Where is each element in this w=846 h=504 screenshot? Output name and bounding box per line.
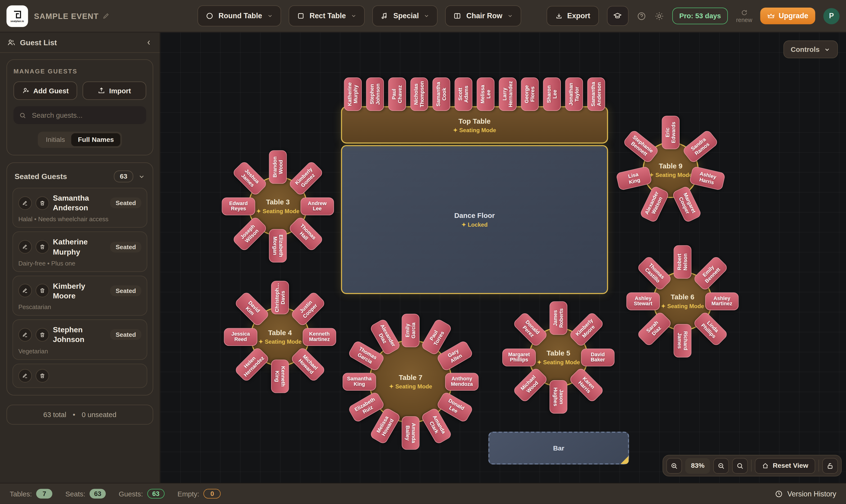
- edit-guest-button[interactable]: [18, 328, 32, 342]
- import-button[interactable]: Import: [83, 82, 146, 100]
- top-table[interactable]: Top Table ✦ Seating Mode: [341, 106, 608, 144]
- floor-plan-canvas[interactable]: Controls Top Table ✦ Seating Mode Dance …: [160, 33, 846, 483]
- tutorial-button[interactable]: [607, 6, 629, 26]
- seat-chip[interactable]: AndrewLee: [301, 197, 334, 215]
- seat-chip[interactable]: MelissaLee: [477, 77, 494, 111]
- delete-guest-button[interactable]: [36, 284, 49, 298]
- seat-chip[interactable]: ElizabethMorgan: [269, 229, 287, 262]
- guest-card[interactable]: Katherine MurphySeatedDairy-free • Plus …: [12, 232, 147, 272]
- crown-icon: [767, 12, 775, 20]
- seat-chip[interactable]: JamesRoberts: [550, 301, 567, 335]
- seat-chip[interactable]: MargaretPhillips: [502, 348, 536, 366]
- guest-card[interactable]: Samantha AndersonSeatedHalal • Needs whe…: [12, 188, 147, 228]
- guest-totals: 63 total • 0 unseated: [6, 405, 153, 425]
- seat-chip[interactable]: SamanthaCook: [432, 77, 450, 111]
- empty-count-pill: 0: [204, 489, 221, 499]
- zoom-in-button[interactable]: [666, 458, 682, 473]
- seated-guests-header[interactable]: Seated Guests 63: [12, 168, 147, 188]
- seat-chip[interactable]: AshleyHarris: [689, 166, 726, 191]
- toggle-full-names[interactable]: Full Names: [72, 133, 121, 146]
- round-table[interactable]: Table 7✦ Seating Mode: [369, 340, 452, 423]
- collapse-sidebar-icon[interactable]: [145, 39, 153, 46]
- edit-guest-button[interactable]: [18, 240, 32, 254]
- seat-chip[interactable]: EricEdwards: [662, 115, 680, 149]
- edit-title-icon[interactable]: [103, 12, 110, 19]
- seat-chip[interactable]: ScottAdams: [454, 77, 472, 111]
- seat-chip[interactable]: AlexanderWatson: [639, 185, 669, 223]
- seat-chip[interactable]: GeorgeFlores: [521, 77, 539, 111]
- special-button[interactable]: Special: [372, 5, 438, 26]
- people-icon: [7, 38, 16, 47]
- seat-chip[interactable]: KennethMartinez: [303, 328, 336, 345]
- guest-status-badge: Seated: [110, 198, 141, 209]
- seat-chip[interactable]: RobertNelson: [673, 245, 691, 278]
- edit-guest-button[interactable]: [18, 369, 32, 382]
- seat-chip[interactable]: AnthonyMendoza: [445, 373, 479, 390]
- stat-tables: Tables: 7: [10, 489, 52, 499]
- search-input[interactable]: [31, 111, 141, 120]
- lock-button[interactable]: [822, 458, 838, 473]
- seat-chip[interactable]: BrandonWood: [269, 150, 287, 183]
- seat-chip[interactable]: AmandaBailey: [402, 416, 419, 449]
- add-guest-button[interactable]: Add Guest: [14, 82, 77, 100]
- app-window: seatplan.io SAMPLE EVENT Round Table: [0, 0, 846, 504]
- stat-empty: Empty: 0: [177, 489, 221, 499]
- graduation-cap-icon: [613, 11, 623, 21]
- seat-chip[interactable]: LisaKing: [615, 166, 652, 191]
- seat-chip[interactable]: JasonHughes: [550, 380, 567, 413]
- seat-chip[interactable]: StephenJohnson: [366, 77, 384, 111]
- chevron-down-icon[interactable]: [138, 173, 145, 180]
- delete-guest-button[interactable]: [36, 328, 49, 342]
- delete-guest-button[interactable]: [36, 240, 49, 254]
- seat-chip[interactable]: LarryHernandez: [499, 77, 517, 111]
- seat-chip[interactable]: DavidBaker: [581, 348, 614, 366]
- name-display-toggle: Initials Full Names: [38, 132, 122, 148]
- seat-chip[interactable]: AshleyStewart: [627, 292, 660, 310]
- toggle-initials[interactable]: Initials: [39, 133, 71, 146]
- seat-chip[interactable]: SamanthaKing: [343, 373, 376, 390]
- user-avatar[interactable]: P: [823, 8, 839, 24]
- edit-guest-button[interactable]: [18, 196, 32, 210]
- upgrade-button[interactable]: Upgrade: [760, 7, 815, 24]
- person-plus-icon: [22, 87, 30, 94]
- controls-button[interactable]: Controls: [783, 40, 838, 58]
- chevron-down-icon: [351, 13, 357, 19]
- reset-view-button[interactable]: Reset View: [755, 458, 815, 473]
- chair-row-button[interactable]: Chair Row: [445, 5, 521, 26]
- seat-chip[interactable]: SamanthaAnderson: [587, 77, 605, 111]
- zoom-out-button[interactable]: [713, 458, 729, 473]
- guest-card[interactable]: Stephen JohnsonSeatedVegetarian: [12, 320, 147, 360]
- version-history-button[interactable]: Version History: [775, 489, 836, 498]
- guest-search[interactable]: [14, 106, 146, 124]
- renew-button[interactable]: renew: [736, 9, 752, 23]
- edit-guest-button[interactable]: [18, 284, 32, 298]
- theme-toggle-icon[interactable]: [654, 11, 664, 21]
- round-table-button[interactable]: Round Table: [198, 5, 281, 26]
- seat-chip[interactable]: EmilyGarcia: [402, 313, 419, 347]
- guest-card[interactable]: [12, 363, 147, 388]
- rect-table-button[interactable]: Rect Table: [288, 5, 365, 26]
- seat-chip[interactable]: SharonLee: [543, 77, 561, 111]
- seat-chip[interactable]: Christoph…Davis: [271, 281, 289, 314]
- seat-chip[interactable]: MargaretCooper: [672, 185, 702, 223]
- seat-chip[interactable]: NicholasThompson: [410, 77, 428, 111]
- status-bar: Tables: 7 Seats: 63 Guests: 63 Empty: 0 …: [0, 483, 846, 504]
- help-icon[interactable]: [637, 11, 646, 21]
- bar-object[interactable]: Bar: [488, 432, 629, 465]
- seat-chip[interactable]: PaulChavez: [388, 77, 406, 111]
- seat-chip[interactable]: RichardJames: [673, 324, 691, 357]
- guest-card[interactable]: Kimberly MooreSeatedPescatarian: [12, 276, 147, 316]
- seat-chip[interactable]: KennethKing: [271, 359, 289, 393]
- seat-chip[interactable]: JonathanTaylor: [565, 77, 583, 111]
- seat-chip[interactable]: AshleyMartinez: [705, 292, 738, 310]
- app-logo[interactable]: seatplan.io: [6, 5, 28, 27]
- seat-chip[interactable]: JessicaReed: [224, 328, 257, 345]
- delete-guest-button[interactable]: [36, 196, 49, 210]
- dance-floor[interactable]: Dance Floor ✦ Locked: [341, 145, 608, 294]
- seat-chip[interactable]: KatherineMurphy: [344, 77, 362, 111]
- seat-chip[interactable]: EdwardReyes: [222, 197, 255, 215]
- resize-handle[interactable]: [620, 456, 629, 464]
- zoom-search-button[interactable]: [732, 458, 748, 473]
- delete-guest-button[interactable]: [36, 369, 49, 382]
- export-button[interactable]: Export: [547, 6, 599, 26]
